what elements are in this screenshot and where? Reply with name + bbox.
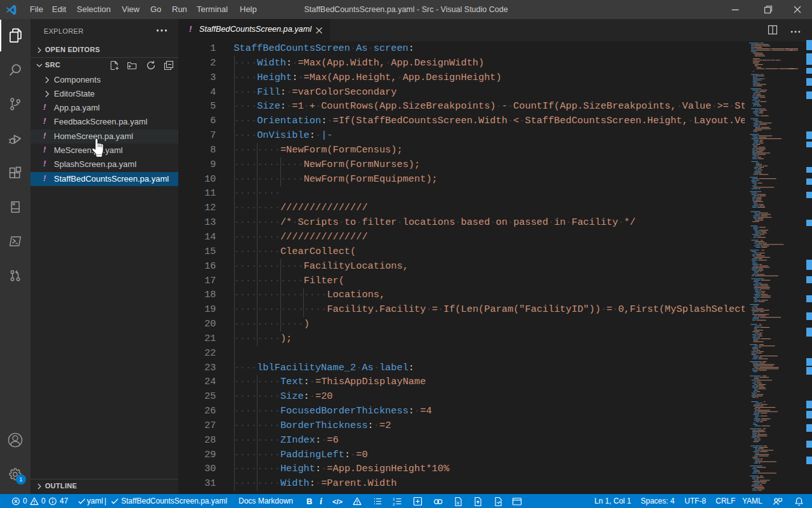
- svg-text:</>: </>: [332, 498, 343, 505]
- svg-text:1: 1: [393, 497, 395, 501]
- svg-text:2: 2: [393, 502, 395, 506]
- svg-text:B: B: [306, 497, 312, 506]
- svg-text:i: i: [320, 497, 322, 506]
